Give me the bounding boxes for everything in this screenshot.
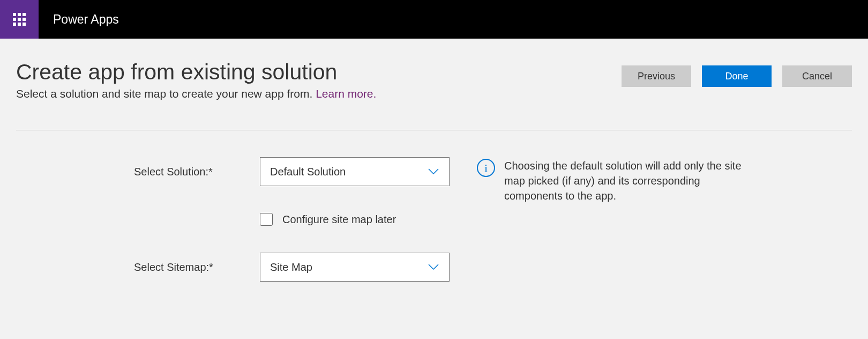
info-icon: i [476,158,496,178]
info-text: Choosing the default solution will add o… [504,158,750,282]
done-button[interactable]: Done [702,65,772,87]
divider [16,130,852,130]
learn-more-link[interactable]: Learn more. [316,87,376,100]
svg-text:i: i [484,161,488,175]
configure-later-row: Configure site map later [260,213,450,226]
previous-button[interactable]: Previous [622,65,691,87]
sitemap-label: Select Sitemap:* [134,261,225,274]
waffle-icon [13,13,26,26]
configure-later-label: Configure site map later [282,213,396,226]
solution-select[interactable]: Default Solution [260,157,450,186]
solution-value: Default Solution [270,166,346,178]
button-row: Previous Done Cancel [622,65,852,87]
app-header: Power Apps [0,0,868,39]
title-block: Create app from existing solution Select… [16,60,376,100]
sitemap-value: Site Map [270,261,312,274]
subtitle-text: Select a solution and site map to create… [16,87,316,100]
solution-row: Select Solution:* Default Solution [134,157,450,186]
app-title: Power Apps [53,12,119,27]
sitemap-row: Select Sitemap:* Site Map [134,253,450,282]
info-panel: i Choosing the default solution will add… [476,158,750,282]
page-title: Create app from existing solution [16,60,376,84]
form-left: Select Solution:* Default Solution Confi… [134,157,450,282]
chevron-down-icon [428,166,439,178]
configure-later-checkbox[interactable] [260,213,273,226]
sitemap-select[interactable]: Site Map [260,253,450,282]
waffle-launcher[interactable] [0,0,39,39]
content-area: Create app from existing solution Select… [0,39,868,282]
chevron-down-icon [428,261,439,274]
page-head: Create app from existing solution Select… [16,60,852,100]
cancel-button[interactable]: Cancel [782,65,852,87]
form-area: Select Solution:* Default Solution Confi… [16,157,852,282]
page-subtitle: Select a solution and site map to create… [16,87,376,100]
solution-label: Select Solution:* [134,166,225,178]
